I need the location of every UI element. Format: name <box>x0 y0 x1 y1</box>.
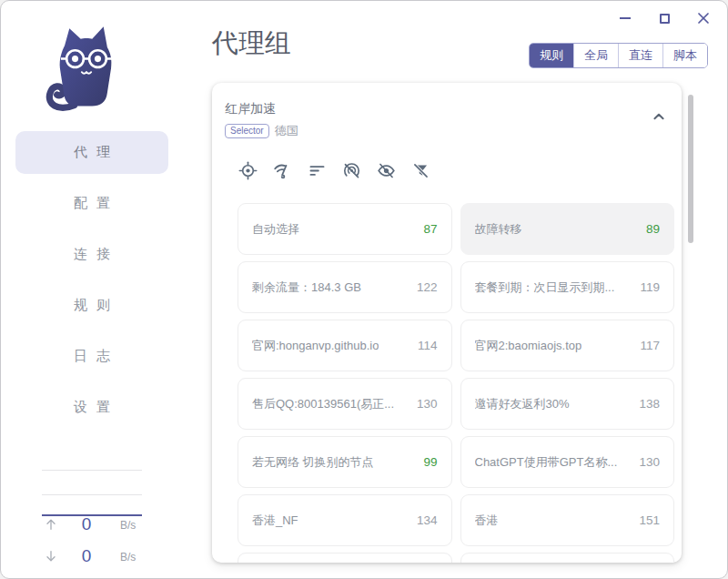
mode-tab-global[interactable]: 全局 <box>573 44 618 67</box>
upload-speed-value: 0 <box>59 514 114 534</box>
sidebar-item-settings[interactable]: 设置 <box>15 386 168 429</box>
group-current-node: 德国 <box>275 123 298 139</box>
download-speed-value: 0 <box>59 546 114 566</box>
network-check-icon <box>273 161 292 180</box>
sidebar-divider <box>42 494 142 495</box>
node-cell[interactable]: 自动选择 87 <box>238 203 452 255</box>
close-icon <box>697 12 710 25</box>
arrow-up-icon <box>44 517 58 532</box>
scrollbar-thumb[interactable] <box>688 95 693 243</box>
sidebar-item-connections[interactable]: 连接 <box>15 233 168 276</box>
node-cell[interactable]: 官网2:baomiaojs.top 117 <box>460 320 675 371</box>
mode-tab-script[interactable]: 脚本 <box>662 44 707 67</box>
window-controls <box>617 10 712 26</box>
locate-icon <box>238 161 258 180</box>
collapse-button[interactable] <box>649 107 669 127</box>
node-cell[interactable]: 剩余流量：184.3 GB 122 <box>238 261 452 313</box>
node-delay: 89 <box>646 222 660 236</box>
group-name: 红岸加速 <box>225 101 667 117</box>
node-delay: 151 <box>639 513 660 527</box>
upload-speed-row: 0 B/s <box>1 513 183 540</box>
node-delay: 114 <box>418 339 438 352</box>
node-name: 香港 <box>475 513 499 529</box>
node-name: 官网:honganvp.github.io <box>252 338 379 354</box>
mode-tab-rule[interactable]: 规则 <box>530 44 573 67</box>
sidebar-item-profiles[interactable]: 配置 <box>15 182 168 225</box>
group-subtitle: Selector 德国 <box>225 123 667 139</box>
node-name: 售后QQ:800139561(易正... <box>252 396 394 412</box>
filter-alt-off-icon <box>411 161 430 180</box>
node-delay: 130 <box>639 455 660 469</box>
node-cell[interactable]: 香港_NF 134 <box>238 494 452 546</box>
page-title: 代理组 <box>212 25 291 62</box>
sidebar-item-label: 代理 <box>74 144 119 161</box>
group-header: 红岸加速 Selector 德国 <box>212 83 682 139</box>
mode-switch-group: 规则全局直连脚本 <box>529 43 708 68</box>
wifi-tethering-off-icon <box>342 161 361 180</box>
node-cell[interactable]: 故障转移 89 <box>460 203 675 255</box>
upload-speed-unit: B/s <box>120 519 136 532</box>
node-delay: 134 <box>417 513 438 527</box>
node-cell[interactable]: 官网:honganvp.github.io 114 <box>238 320 452 371</box>
download-speed-unit: B/s <box>120 551 136 564</box>
node-cell[interactable]: ChatGPT使用带GPT名称... 130 <box>460 436 675 488</box>
node-delay: 117 <box>640 339 660 352</box>
node-name: 官网2:baomiaojs.top <box>475 338 582 354</box>
minimize-button[interactable] <box>617 10 633 26</box>
proxy-group-card: 红岸加速 Selector 德国 <box>212 83 682 563</box>
node-name: 套餐到期：次日显示到期... <box>475 279 615 296</box>
chevron-up-icon <box>649 107 669 127</box>
arrow-down-icon <box>44 549 58 564</box>
delay-test-button[interactable] <box>273 161 292 180</box>
group-type-badge: Selector <box>225 124 269 139</box>
node-cell[interactable]: 若无网络 切换别的节点 99 <box>238 436 452 488</box>
node-name: 自动选择 <box>252 221 299 238</box>
visibility-off-icon <box>377 161 396 180</box>
sidebar-item-proxy[interactable]: 代理 <box>15 131 168 174</box>
locate-current-node-button[interactable] <box>238 161 258 180</box>
node-name: 故障转移 <box>475 221 522 238</box>
sidebar-nav: 代理 配置 连接 规则 日志 设置 <box>15 131 168 429</box>
sidebar-item-label: 配置 <box>74 195 119 212</box>
sidebar-item-logs[interactable]: 日志 <box>15 335 168 378</box>
node-name: 若无网络 切换别的节点 <box>252 454 374 471</box>
sidebar: 代理 配置 连接 规则 日志 设置 0 B/s 0 B/s <box>1 1 183 578</box>
node-delay: 119 <box>640 280 660 294</box>
node-cell[interactable]: 售后QQ:800139561(易正... 130 <box>238 378 452 430</box>
node-name: 香港_NF <box>252 513 298 529</box>
sidebar-item-label: 日志 <box>74 348 119 365</box>
proxy-grid: 自动选择 87 故障转移 89 剩余流量：184.3 GB 122 套餐到期：次… <box>238 203 674 563</box>
node-cell[interactable]: 香港 151 <box>460 494 675 546</box>
node-cell-partial[interactable] <box>460 553 675 563</box>
cat-logo <box>39 21 134 116</box>
minimize-icon <box>620 17 631 19</box>
node-delay: 130 <box>417 397 438 411</box>
node-cell[interactable]: 邀请好友返利30% 138 <box>460 378 675 430</box>
mode-tab-direct[interactable]: 直连 <box>618 44 662 67</box>
group-toolbar <box>238 161 682 180</box>
filter-off-button[interactable] <box>411 161 430 180</box>
node-cell-partial[interactable] <box>238 553 452 563</box>
node-name: 邀请好友返利30% <box>475 396 570 412</box>
maximize-button[interactable] <box>656 10 672 26</box>
node-name: 剩余流量：184.3 GB <box>252 279 361 296</box>
node-delay: 122 <box>417 280 438 294</box>
node-delay: 138 <box>639 397 660 411</box>
maximize-icon <box>660 14 670 24</box>
sidebar-item-rules[interactable]: 规则 <box>15 284 168 327</box>
hide-nodes-button[interactable] <box>377 161 396 180</box>
close-button[interactable] <box>695 10 712 26</box>
sort-button[interactable] <box>308 161 327 180</box>
sidebar-item-label: 连接 <box>74 246 119 263</box>
sort-icon <box>308 161 327 180</box>
app-window: 代理 配置 连接 规则 日志 设置 0 B/s 0 B/s <box>0 0 728 579</box>
node-cell[interactable]: 套餐到期：次日显示到期... 119 <box>460 261 675 313</box>
hide-unavailable-button[interactable] <box>342 161 361 180</box>
node-delay: 87 <box>423 222 437 236</box>
node-delay: 99 <box>423 455 437 469</box>
download-speed-row: 0 B/s <box>1 544 183 572</box>
sidebar-divider <box>42 470 142 471</box>
sidebar-item-label: 设置 <box>74 399 119 416</box>
node-name: ChatGPT使用带GPT名称... <box>475 454 618 471</box>
sidebar-item-label: 规则 <box>74 297 119 314</box>
